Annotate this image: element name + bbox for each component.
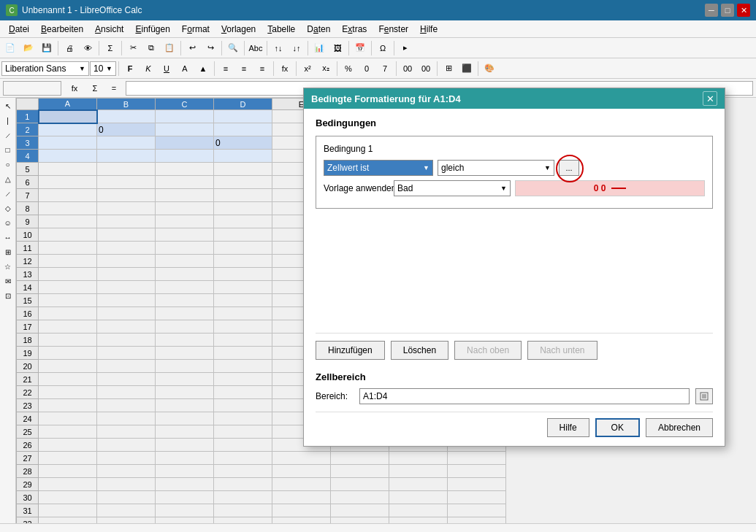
cell-A9[interactable] <box>39 215 97 228</box>
row-num-1[interactable]: 1 <box>17 110 39 123</box>
cell-A10[interactable] <box>39 228 97 242</box>
cell-C10[interactable] <box>156 228 214 242</box>
bereich-input[interactable] <box>359 388 690 404</box>
cell-B24[interactable] <box>97 412 156 425</box>
align-center-button[interactable]: ≡ <box>235 60 253 77</box>
row-num-18[interactable]: 18 <box>17 334 39 347</box>
cell-D16[interactable] <box>214 307 272 320</box>
underline-button[interactable]: U <box>158 60 175 77</box>
menu-hilfe[interactable]: Hilfe <box>414 23 443 36</box>
cell-F29[interactable] <box>331 478 389 491</box>
row-num-30[interactable]: 30 <box>17 491 39 504</box>
currency-button[interactable]: 0 <box>358 60 375 77</box>
row-num-7[interactable]: 7 <box>17 189 39 202</box>
cell-D28[interactable] <box>214 465 272 478</box>
italic-button[interactable]: K <box>140 60 157 77</box>
cell-C1[interactable] <box>156 110 214 123</box>
cell-E31[interactable] <box>272 504 331 517</box>
cell-D12[interactable] <box>214 255 272 268</box>
new-button[interactable]: 📄 <box>1 39 19 57</box>
cell-C20[interactable] <box>156 360 214 373</box>
cell-D31[interactable] <box>214 504 272 517</box>
cell-A15[interactable] <box>39 294 97 307</box>
cell-D27[interactable] <box>214 452 272 465</box>
cell-D9[interactable] <box>214 215 272 228</box>
special-char-button[interactable]: Ω <box>374 39 392 57</box>
cell-D3[interactable]: 0 <box>214 136 272 150</box>
cell-A6[interactable] <box>39 176 97 189</box>
cell-D4[interactable] <box>214 150 272 163</box>
cell-A18[interactable] <box>39 334 97 347</box>
tool-4[interactable]: ○ <box>1 158 15 171</box>
cell-A22[interactable] <box>39 386 97 399</box>
thousands-button[interactable]: 7 <box>376 60 394 77</box>
row-num-15[interactable]: 15 <box>17 294 39 307</box>
subscript-button[interactable]: x₂ <box>317 60 335 77</box>
cell-A16[interactable] <box>39 307 97 320</box>
tool-10[interactable]: ⊞ <box>1 245 15 258</box>
condition-type-dropdown[interactable]: Zellwert ist ▼ <box>324 160 433 176</box>
date-button[interactable]: 📅 <box>351 39 369 57</box>
cell-A27[interactable] <box>39 452 97 465</box>
cell-C30[interactable] <box>156 491 214 504</box>
tool-11[interactable]: ☆ <box>1 260 15 273</box>
row-num-31[interactable]: 31 <box>17 504 39 517</box>
equals-button[interactable]: = <box>105 80 123 97</box>
menu-extras[interactable]: Extras <box>336 23 373 36</box>
cell-B1[interactable] <box>97 110 156 123</box>
copy-button[interactable]: ⧉ <box>142 39 160 57</box>
cell-C14[interactable] <box>156 281 214 294</box>
cell-F30[interactable] <box>331 491 389 504</box>
menu-ansicht[interactable]: Ansicht <box>89 23 129 36</box>
cell-D6[interactable] <box>214 176 272 189</box>
row-num-25[interactable]: 25 <box>17 425 39 439</box>
ellipsis-button[interactable]: ... <box>559 160 579 176</box>
cell-B2[interactable]: 0 <box>97 123 156 136</box>
cell-C17[interactable] <box>156 320 214 334</box>
redo-button[interactable]: ↪ <box>202 39 219 57</box>
save-button[interactable]: 💾 <box>38 39 56 57</box>
cell-C4[interactable] <box>156 150 214 163</box>
cell-A7[interactable] <box>39 189 97 202</box>
cell-F31[interactable] <box>331 504 389 517</box>
bold-button[interactable]: F <box>121 60 139 77</box>
cell-D11[interactable] <box>214 242 272 255</box>
cell-C24[interactable] <box>156 412 214 425</box>
more-button[interactable]: ▸ <box>397 39 414 57</box>
menu-einfuegen[interactable]: Einfügen <box>129 23 175 36</box>
row-num-5[interactable]: 5 <box>17 163 39 176</box>
cell-B26[interactable] <box>97 439 156 452</box>
cell-B31[interactable] <box>97 504 156 517</box>
cell-A19[interactable] <box>39 347 97 360</box>
find-button[interactable]: 🔍 <box>224 39 242 57</box>
cell-D14[interactable] <box>214 281 272 294</box>
align-left-button[interactable]: ≡ <box>217 60 234 77</box>
cell-C15[interactable] <box>156 294 214 307</box>
row-num-29[interactable]: 29 <box>17 478 39 491</box>
menu-format[interactable]: Format <box>176 23 215 36</box>
cell-D26[interactable] <box>214 439 272 452</box>
cell-D2[interactable] <box>214 123 272 136</box>
cell-B7[interactable] <box>97 189 156 202</box>
row-num-26[interactable]: 26 <box>17 439 39 452</box>
cell-E30[interactable] <box>272 491 331 504</box>
cell-B23[interactable] <box>97 399 156 412</box>
cell-A25[interactable] <box>39 425 97 439</box>
row-num-11[interactable]: 11 <box>17 242 39 255</box>
row-num-10[interactable]: 10 <box>17 228 39 242</box>
row-num-6[interactable]: 6 <box>17 176 39 189</box>
cut-button[interactable]: ✂ <box>124 39 142 57</box>
tool-6[interactable]: ⟋ <box>1 187 15 200</box>
cell-C8[interactable] <box>156 202 214 215</box>
cell-C3[interactable] <box>156 136 214 150</box>
cell-B5[interactable] <box>97 163 156 176</box>
cell-B14[interactable] <box>97 281 156 294</box>
cell-B13[interactable] <box>97 268 156 281</box>
col-header-a[interactable]: A <box>39 99 97 110</box>
cell-A20[interactable] <box>39 360 97 373</box>
tool-5[interactable]: △ <box>1 172 15 185</box>
cell-D7[interactable] <box>214 189 272 202</box>
cell-A17[interactable] <box>39 320 97 334</box>
tool-13[interactable]: ⊡ <box>1 289 15 302</box>
color-selector[interactable]: 🎨 <box>481 60 498 77</box>
